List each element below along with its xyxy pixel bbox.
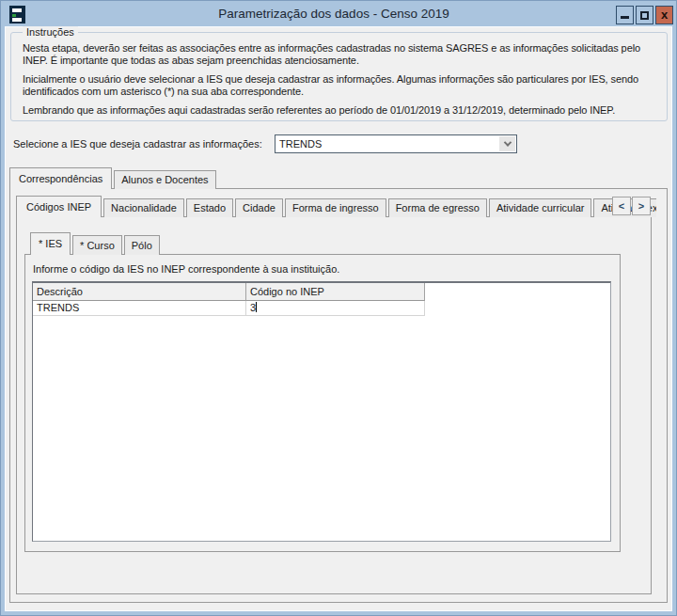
entity-tabstrip: * IES * Curso Pólo <box>30 232 160 255</box>
chevron-down-icon <box>503 138 511 146</box>
ies-select-value: TRENDS <box>279 135 322 152</box>
tab-correspondencias[interactable]: Correspondências <box>9 167 112 189</box>
header-descricao: Descrição <box>33 283 246 301</box>
titlebar[interactable]: Parametrização dos dados - Censo 2019 x <box>1 1 676 26</box>
text-cursor <box>256 302 257 312</box>
instruction-paragraph-1: Nesta etapa, deverão ser feitas as assoc… <box>23 42 659 67</box>
table-header-row: Descrição Código no INEP <box>33 283 610 301</box>
cell-descricao[interactable]: TRENDS <box>33 301 246 316</box>
correspondencias-tabpage: Códigos INEP Nacionalidade Estado Cidade… <box>9 188 668 603</box>
instruction-paragraph-3: Lembrando que as informações aqui cadast… <box>23 104 659 117</box>
cell-codigo-no-inep[interactable]: 3 <box>246 301 425 316</box>
window-controls: x <box>616 6 673 24</box>
tab-scroll-left-button[interactable]: < <box>612 197 631 215</box>
maximize-button[interactable] <box>636 6 653 24</box>
minimize-icon <box>621 16 629 19</box>
tab-forma-de-ingresso[interactable]: Forma de ingresso <box>285 198 386 217</box>
table-row: TRENDS 3 <box>33 301 610 316</box>
category-tabstrip: Códigos INEP Nacionalidade Estado Cidade… <box>16 196 656 217</box>
instructions-groupbox: Instruções Nesta etapa, deverão ser feit… <box>10 32 668 121</box>
dialog-window: Parametrização dos dados - Censo 2019 x … <box>0 0 677 616</box>
dialog-content: Instruções Nesta etapa, deverão ser feit… <box>5 26 672 611</box>
instructions-title: Instruções <box>23 26 78 38</box>
tab-alunos-e-docentes[interactable]: Alunos e Docentes <box>114 170 215 189</box>
header-codigo-no-inep: Código no INEP <box>246 283 425 301</box>
main-tabstrip: Correspondências Alunos e Docentes <box>9 167 216 189</box>
instruction-paragraph-2: Inicialmente o usuário deve selecionar a… <box>23 73 659 98</box>
ies-select-dropdown-button[interactable] <box>499 136 515 151</box>
ies-tabpage: Informe o código da IES no INEP correspo… <box>24 254 621 552</box>
tab-codigos-inep[interactable]: Códigos INEP <box>16 196 102 217</box>
inep-code-hint: Informe o código da IES no INEP correspo… <box>33 263 339 275</box>
tab-scroll-right-button[interactable]: > <box>632 197 651 215</box>
tab-atividade-curricular[interactable]: Atividade curricular <box>489 198 592 217</box>
inep-code-table[interactable]: Descrição Código no INEP TRENDS 3 <box>32 281 611 542</box>
window-title: Parametrização dos dados - Censo 2019 <box>57 1 610 26</box>
app-logo-icon <box>9 6 25 24</box>
close-icon: x <box>661 8 668 21</box>
tab-polo[interactable]: Pólo <box>124 235 160 255</box>
codigos-inep-tabpage: * IES * Curso Pólo Informe o código da I… <box>16 216 652 594</box>
ies-select-label: Selecione a IES que deseja cadastrar as … <box>13 134 262 153</box>
tab-nacionalidade[interactable]: Nacionalidade <box>103 198 184 217</box>
tab-curso[interactable]: * Curso <box>72 235 122 255</box>
minimize-button[interactable] <box>616 6 634 24</box>
ies-select[interactable]: TRENDS <box>275 134 517 153</box>
tab-forma-de-egresso[interactable]: Forma de egresso <box>388 198 487 217</box>
tab-ies[interactable]: * IES <box>30 232 71 255</box>
tab-cidade[interactable]: Cidade <box>235 198 283 217</box>
tab-estado[interactable]: Estado <box>186 198 233 217</box>
close-button[interactable]: x <box>655 6 673 24</box>
maximize-icon <box>640 11 649 20</box>
